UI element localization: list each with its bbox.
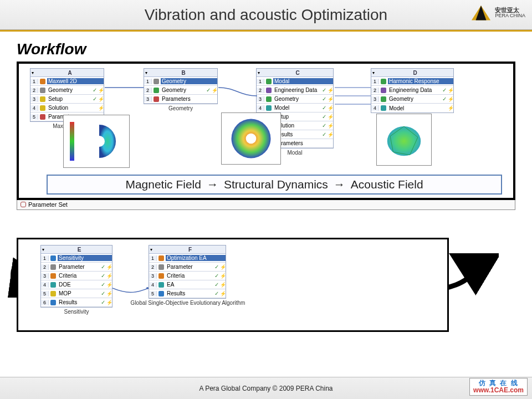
workflow-bottom-box: ▾E 1Sensitivity 2Parameter✓⚡ 3Criteria✓⚡…	[17, 238, 449, 332]
link-a-b	[105, 85, 144, 96]
flow-label-acoustic: Acoustic Field	[351, 178, 423, 191]
cell-e-res[interactable]: 6Results✓⚡	[41, 298, 112, 307]
system-e: ▾E 1Sensitivity 2Parameter✓⚡ 3Criteria✓⚡…	[40, 245, 112, 308]
cell-f-crit[interactable]: 3Criteria✓⚡	[149, 272, 226, 280]
cell-c-eng[interactable]: 2Engineering Data✓⚡	[257, 86, 333, 95]
svg-point-5	[246, 134, 257, 144]
workflow-top-box: ▾A 1Maxwell 2D 2Geometry✓⚡ 3Setup✓⚡ 4Sol…	[17, 62, 515, 200]
flow-strip: Magnetic Field → Structural Dynamics → A…	[47, 175, 502, 195]
brand-logo: 安世亚太 PERA CHINA	[470, 4, 525, 21]
parameter-set-bar[interactable]: Parameter Set	[17, 199, 515, 210]
svg-point-6	[387, 126, 421, 156]
param-icon	[21, 202, 26, 207]
system-f-caption: Global Single-Objective Evolutionary Alg…	[116, 300, 260, 306]
cell-f-ea[interactable]: 4EA✓⚡	[149, 280, 226, 289]
system-d: ▾D 1Harmonic Response 2Engineering Data✓…	[371, 68, 454, 113]
cell-e-mop[interactable]: 5MOP✓⚡	[41, 289, 112, 298]
footer-text: A Pera Global Company © 2009 PERA China	[200, 385, 333, 392]
flow-label-magnetic: Magnetic Field	[125, 178, 201, 191]
cell-e-param[interactable]: 2Parameter✓⚡	[41, 263, 112, 272]
system-b: ▾B 1Geometry 2Geometry✓⚡ 3Parameters Geo…	[144, 68, 218, 104]
cell-a-solution[interactable]: 4Solution⚡	[30, 104, 104, 112]
thumb-acoustic	[376, 114, 432, 166]
cell-d-header[interactable]: 1Harmonic Response	[371, 77, 453, 86]
slide-title: Vibration and acoustic Optimization	[145, 6, 387, 24]
cell-a-header[interactable]: 1Maxwell 2D	[30, 77, 104, 86]
watermark-cn: 仿 真 在 线	[473, 380, 524, 387]
cell-f-param[interactable]: 2Parameter✓⚡	[149, 263, 226, 272]
system-b-caption: Geometry	[144, 105, 217, 111]
cell-f-header[interactable]: 1Optimization EA	[149, 254, 226, 263]
flow-label-structural: Structural Dynamics	[224, 178, 328, 191]
system-a: ▾A 1Maxwell 2D 2Geometry✓⚡ 3Setup✓⚡ 4Sol…	[30, 68, 104, 122]
brand-en: PERA CHINA	[495, 13, 525, 19]
cell-f-res[interactable]: 5Results✓⚡	[149, 289, 226, 298]
cell-a-geometry[interactable]: 2Geometry✓⚡	[30, 86, 104, 95]
watermark-url: www.1CAE.com	[473, 387, 524, 394]
slide-footer: A Pera Global Company © 2009 PERA China	[0, 377, 532, 399]
thumb-structural	[221, 112, 281, 165]
cell-d-mod[interactable]: 4Model⚡	[371, 104, 453, 112]
link-b-c	[218, 85, 257, 101]
parameter-set-label: Parameter Set	[28, 201, 68, 208]
svg-rect-2	[70, 122, 74, 161]
link-c-d	[335, 85, 371, 107]
cell-b-header[interactable]: 1Geometry	[144, 77, 217, 86]
cell-d-eng[interactable]: 2Engineering Data✓⚡	[371, 86, 453, 95]
link-e-f	[112, 284, 149, 295]
slide-body: Workflow ▾A 1Maxwell 2D 2Geometry✓⚡ 3Set…	[0, 32, 532, 378]
slide-header: Vibration and acoustic Optimization 安世亚太…	[0, 0, 532, 30]
cell-c-geo[interactable]: 3Geometry✓⚡	[257, 95, 333, 104]
system-f: ▾F 1Optimization EA 2Parameter✓⚡ 3Criter…	[149, 245, 226, 299]
cell-d-geo[interactable]: 3Geometry✓⚡	[371, 95, 453, 104]
thumb-maxwell	[63, 115, 130, 168]
logo-triangle-icon	[470, 4, 492, 21]
watermark: 仿 真 在 线 www.1CAE.com	[469, 378, 528, 396]
system-e-caption: Sensitivity	[41, 309, 112, 315]
cell-e-crit[interactable]: 3Criteria✓⚡	[41, 272, 112, 280]
arrow-icon: →	[207, 178, 218, 191]
cell-c-header[interactable]: 1Modal	[257, 77, 333, 86]
cell-e-header[interactable]: 1Sensitivity	[41, 254, 112, 263]
cell-a-setup[interactable]: 3Setup✓⚡	[30, 95, 104, 104]
arrow-icon: →	[334, 178, 345, 191]
cell-c-mod[interactable]: 4Model✓⚡	[257, 104, 333, 112]
logo-text: 安世亚太 PERA CHINA	[495, 7, 525, 19]
svg-point-3	[94, 136, 105, 147]
workflow-title: Workflow	[17, 40, 515, 58]
svg-point-9	[146, 287, 149, 289]
cell-b-params[interactable]: 3Parameters	[144, 95, 217, 104]
cell-e-doe[interactable]: 4DOE✓⚡	[41, 280, 112, 289]
cell-b-geometry[interactable]: 2Geometry✓⚡	[144, 86, 217, 95]
